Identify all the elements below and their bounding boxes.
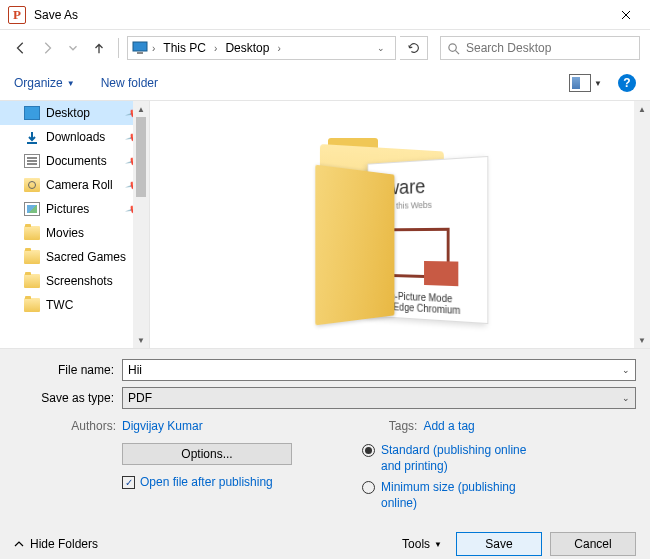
sidebar-item-label: Sacred Games bbox=[46, 250, 126, 264]
tools-menu[interactable]: Tools▼ bbox=[402, 537, 442, 551]
file-name-label: File name: bbox=[14, 363, 122, 377]
save-type-value: PDF bbox=[128, 391, 152, 405]
sidebar-item-documents[interactable]: Documents📌 bbox=[0, 149, 149, 173]
folder-icon bbox=[24, 226, 40, 240]
download-icon bbox=[24, 130, 40, 144]
chevron-right-icon[interactable]: › bbox=[152, 43, 155, 54]
navigation-pane: Desktop📌 Downloads📌 Documents📌 Camera Ro… bbox=[0, 101, 150, 348]
sidebar-item-label: Movies bbox=[46, 226, 84, 240]
svg-point-2 bbox=[449, 43, 456, 50]
sidebar-item-camera-roll[interactable]: Camera Roll📌 bbox=[0, 173, 149, 197]
tags-value[interactable]: Add a tag bbox=[423, 419, 474, 433]
chevron-up-icon bbox=[14, 539, 24, 549]
dialog-footer: Hide Folders Tools▼ Save Cancel bbox=[0, 523, 650, 559]
close-button[interactable] bbox=[603, 0, 648, 29]
sidebar-item-label: Screenshots bbox=[46, 274, 113, 288]
new-folder-button[interactable]: New folder bbox=[101, 76, 158, 90]
open-after-checkbox[interactable]: ✓ Open file after publishing bbox=[122, 475, 322, 489]
powerpoint-icon: P bbox=[8, 6, 26, 24]
up-button[interactable] bbox=[88, 37, 110, 59]
document-icon bbox=[24, 154, 40, 168]
this-pc-icon bbox=[132, 41, 148, 55]
help-button[interactable]: ? bbox=[618, 74, 636, 92]
chevron-right-icon[interactable]: › bbox=[214, 43, 217, 54]
radio-icon bbox=[362, 481, 375, 494]
sidebar-item-desktop[interactable]: Desktop📌 bbox=[0, 101, 149, 125]
save-button[interactable]: Save bbox=[456, 532, 542, 556]
cancel-button[interactable]: Cancel bbox=[550, 532, 636, 556]
options-button[interactable]: Options... bbox=[122, 443, 292, 465]
authors-value[interactable]: Digvijay Kumar bbox=[122, 419, 203, 433]
authors-label: Authors: bbox=[14, 419, 116, 433]
radio-standard[interactable]: Standard (publishing online and printing… bbox=[362, 443, 636, 474]
svg-rect-0 bbox=[133, 42, 147, 51]
open-after-label: Open file after publishing bbox=[140, 475, 273, 489]
radio-standard-label: Standard (publishing online and printing… bbox=[381, 443, 531, 474]
folder-preview[interactable]: ftware le on this Webs re-In-Picture Mod… bbox=[300, 130, 500, 320]
svg-rect-1 bbox=[137, 52, 143, 54]
search-icon bbox=[447, 42, 460, 55]
sidebar-item-screenshots[interactable]: Screenshots bbox=[0, 269, 149, 293]
sidebar-item-label: Documents bbox=[46, 154, 107, 168]
file-name-input[interactable] bbox=[128, 363, 616, 377]
content-pane[interactable]: ftware le on this Webs re-In-Picture Mod… bbox=[150, 101, 650, 348]
back-button[interactable] bbox=[10, 37, 32, 59]
organize-menu[interactable]: Organize▼ bbox=[14, 76, 75, 90]
sidebar-item-label: Pictures bbox=[46, 202, 89, 216]
refresh-button[interactable] bbox=[400, 36, 428, 60]
address-bar[interactable]: › This PC › Desktop › ⌄ bbox=[127, 36, 396, 60]
search-input[interactable] bbox=[466, 41, 633, 55]
tags-label: Tags: bbox=[389, 419, 418, 433]
toolbar: Organize▼ New folder ▼ ? bbox=[0, 66, 650, 100]
breadcrumb-desktop[interactable]: Desktop bbox=[221, 39, 273, 57]
hide-folders-button[interactable]: Hide Folders bbox=[14, 537, 98, 551]
recent-dropdown[interactable] bbox=[62, 37, 84, 59]
close-icon bbox=[621, 10, 631, 20]
save-type-field[interactable]: PDF⌄ bbox=[122, 387, 636, 409]
forward-button bbox=[36, 37, 58, 59]
sidebar-item-label: Downloads bbox=[46, 130, 105, 144]
save-form: File name: ⌄ Save as type: PDF⌄ Authors:… bbox=[0, 349, 650, 523]
checkbox-icon: ✓ bbox=[122, 476, 135, 489]
refresh-icon bbox=[407, 41, 421, 55]
desktop-icon bbox=[24, 106, 40, 120]
window-title: Save As bbox=[34, 8, 603, 22]
title-bar: P Save As bbox=[0, 0, 650, 30]
navigation-bar: › This PC › Desktop › ⌄ bbox=[0, 30, 650, 66]
sidebar-item-movies[interactable]: Movies bbox=[0, 221, 149, 245]
search-box[interactable] bbox=[440, 36, 640, 60]
sidebar-scrollbar[interactable]: ▲▼ bbox=[133, 101, 149, 348]
sidebar-item-label: Desktop bbox=[46, 106, 90, 120]
sidebar-item-label: TWC bbox=[46, 298, 73, 312]
address-dropdown[interactable]: ⌄ bbox=[371, 43, 391, 53]
view-icon bbox=[569, 74, 591, 92]
radio-minimum-label: Minimum size (publishing online) bbox=[381, 480, 531, 511]
view-mode-button[interactable]: ▼ bbox=[569, 74, 602, 92]
chevron-down-icon[interactable]: ⌄ bbox=[616, 365, 630, 375]
content-scrollbar[interactable]: ▲▼ bbox=[634, 101, 650, 348]
radio-minimum[interactable]: Minimum size (publishing online) bbox=[362, 480, 636, 511]
sidebar-item-sacred-games[interactable]: Sacred Games bbox=[0, 245, 149, 269]
sidebar-item-label: Camera Roll bbox=[46, 178, 113, 192]
sidebar-item-downloads[interactable]: Downloads📌 bbox=[0, 125, 149, 149]
radio-icon bbox=[362, 444, 375, 457]
chevron-right-icon[interactable]: › bbox=[277, 43, 280, 54]
chevron-down-icon[interactable]: ⌄ bbox=[616, 393, 630, 403]
sidebar-item-pictures[interactable]: Pictures📌 bbox=[0, 197, 149, 221]
camera-icon bbox=[24, 178, 40, 192]
picture-icon bbox=[24, 202, 40, 216]
hide-folders-label: Hide Folders bbox=[30, 537, 98, 551]
file-name-field[interactable]: ⌄ bbox=[122, 359, 636, 381]
explorer-body: Desktop📌 Downloads📌 Documents📌 Camera Ro… bbox=[0, 100, 650, 349]
sidebar-item-twc[interactable]: TWC bbox=[0, 293, 149, 317]
breadcrumb-this-pc[interactable]: This PC bbox=[159, 39, 210, 57]
folder-icon bbox=[24, 298, 40, 312]
save-type-label: Save as type: bbox=[14, 391, 122, 405]
folder-icon bbox=[24, 274, 40, 288]
folder-icon bbox=[24, 250, 40, 264]
